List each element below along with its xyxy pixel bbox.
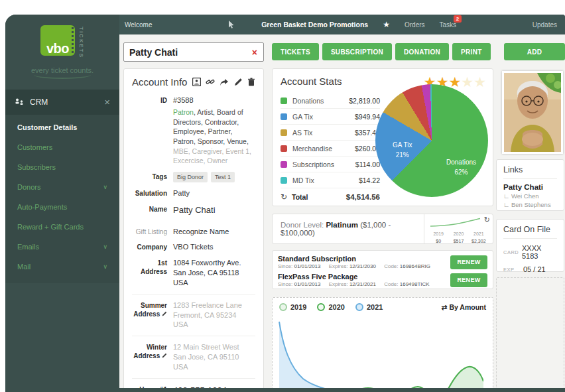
stats-legend: Donations $2,819.00 GA Tix $949.94 AS Ti… (281, 93, 380, 206)
pie-label-ga-tix: GA Tix 21% (393, 140, 412, 160)
renew-button[interactable]: RENEW (450, 255, 487, 269)
search-input[interactable] (124, 47, 246, 58)
clear-search-icon[interactable]: × (246, 47, 263, 58)
refresh-icon[interactable]: ↻ (281, 192, 287, 202)
close-icon[interactable]: × (104, 96, 110, 107)
edit-pencil-icon[interactable] (234, 78, 243, 86)
menu-label: Customers (17, 143, 52, 151)
links-primary[interactable]: Patty Chati (503, 183, 557, 191)
sidebar-item-donors[interactable]: Donors ∨ (5, 177, 119, 197)
legend-swatch (281, 161, 287, 168)
menu-label: Auto-Payments (17, 203, 67, 211)
pie-label-donations: Donations 62% (446, 157, 476, 177)
sidebar: vbo TICKETS every ticket counts. CRM × C… (5, 15, 119, 392)
card-label: CARD (503, 249, 522, 255)
summer-address-value: 1283 Freelance Lane Fremont, CA 95234 US… (173, 300, 242, 330)
sidebar-item-reward-gift-cards[interactable]: Reward + Gift Cards (5, 217, 119, 237)
menu-label: Customer Details (17, 123, 77, 131)
legend-swatch (281, 113, 287, 120)
orders-link[interactable]: Orders (405, 21, 425, 29)
name-label: Name (132, 204, 173, 216)
sidebar-item-subscribers[interactable]: Subscribers (5, 157, 119, 177)
legend-row: Subscriptions $114.00 (281, 157, 380, 172)
legend-row: MD Tix $14.22 (281, 172, 380, 188)
history-area-chart (275, 320, 483, 388)
legend-2021[interactable]: 2021 (355, 303, 383, 311)
donor-trend: ↻ 2019 $0 2020 $517 2021 $2,302 (424, 214, 493, 243)
donation-button[interactable]: DONATION (395, 43, 449, 60)
menu-label: Donors (17, 183, 40, 191)
salutation-label: Salutation (132, 188, 173, 198)
tags: Big DonorTest 1 (173, 172, 238, 182)
card-number: XXXX 5183 (522, 244, 557, 260)
logo-tagline: every ticket counts. (5, 66, 119, 74)
donor-sparkline (428, 218, 481, 228)
winter-address-label: Winter Address (132, 342, 173, 372)
purchase-history-panel: 2019 2020 2021 ⇄ By Amount (272, 297, 493, 388)
divider (132, 336, 255, 336)
total-label: Total (292, 193, 308, 201)
updates-link[interactable]: Updates (533, 21, 557, 29)
sidebar-item-customer-details[interactable]: Customer Details (5, 117, 119, 137)
legend-2019[interactable]: 2019 (279, 303, 306, 311)
tag-chip[interactable]: Test 1 (211, 172, 235, 182)
delete-trash-icon[interactable] (247, 78, 255, 86)
menu-label: Emails (17, 243, 39, 251)
name-value: Patty Chati (173, 204, 216, 216)
winter-address-value: 12 Main Street West San Jose, CA 95110 U… (173, 342, 239, 372)
donor-level-label: Donor Level: (281, 221, 324, 229)
contact-card-icon[interactable] (192, 78, 201, 86)
links-child[interactable]: ∟ Wei Chen (503, 192, 557, 200)
category-list: Patron, Artist, Board of Directors, Cont… (173, 107, 255, 166)
topbar: Welcome Green Basket Demo Promotions ★ O… (119, 15, 565, 34)
account-stats-panel: Account Stats ★★★★★ Donations $2,819.00 … (272, 68, 493, 206)
tag-chip[interactable]: Big Donor (173, 172, 208, 182)
divider (132, 294, 255, 294)
card-on-file-panel: Card On File CARD XXXX 5183 EXP 05 / 21 (496, 219, 564, 272)
star-icon[interactable]: ★ (383, 20, 390, 29)
legend-swatch (281, 98, 287, 104)
sidebar-item-mail[interactable]: Mail ∨ (5, 257, 119, 277)
legend-ring-2019 (279, 303, 287, 311)
tickets-button[interactable]: TICKETS (272, 43, 319, 60)
edit-pencil-icon[interactable] (162, 311, 167, 316)
account-info-panel: Account Info (123, 68, 264, 388)
exp-value: 05 / 21 (523, 265, 546, 273)
category-green: Patron (173, 108, 194, 116)
link-icon[interactable] (206, 78, 215, 86)
edit-pencil-icon[interactable] (162, 353, 167, 358)
category-gray: MBE, Caregiver, Event 1, Excercise, Owne… (173, 147, 251, 165)
action-buttons: TICKETS SUBSCRIPTION DONATION PRINT (272, 43, 491, 60)
crm-section-header: CRM × (5, 90, 119, 115)
legend-row: GA Tix $949.94 (281, 109, 380, 125)
ticket-perforation (72, 27, 74, 54)
customer-photo (502, 71, 563, 154)
menu-label: Mail (17, 263, 31, 271)
sidebar-item-customers[interactable]: Customers (5, 137, 119, 157)
legend-2020[interactable]: 2020 (317, 303, 344, 311)
divider (132, 378, 255, 379)
donor-level-panel: Donor Level: Platinum ($1,000 - $100,000… (272, 214, 493, 244)
tasks-link[interactable]: Tasks 2 (440, 21, 457, 29)
renew-button[interactable]: RENEW (450, 273, 487, 287)
company-value: VBO Tickets (173, 242, 214, 252)
account-stats-title: Account Stats (281, 76, 342, 87)
subscription-button[interactable]: SUBSCRIPTION (322, 43, 392, 60)
sidebar-item-auto-payments[interactable]: Auto-Payments (5, 197, 119, 217)
sidebar-item-emails[interactable]: Emails ∨ (5, 237, 119, 257)
add-button[interactable]: ADD (504, 43, 565, 60)
donor-level-text: Donor Level: Platinum ($1,000 - $100,000… (273, 221, 424, 237)
legend-name: AS Tix (292, 129, 312, 137)
menu-label: Reward + Gift Cards (17, 223, 84, 231)
welcome-label: Welcome (125, 21, 153, 29)
donor-year-col: 2020 $517 (448, 231, 468, 245)
vbo-logo: vbo TICKETS (5, 25, 119, 58)
refresh-icon[interactable]: ↻ (484, 216, 490, 224)
print-button[interactable]: PRINT (452, 43, 491, 60)
subscription-row: FlexPass Five Package Since: 01/01/2013 … (278, 272, 487, 288)
account-info-title: Account Info (132, 76, 187, 88)
share-icon[interactable] (220, 78, 229, 86)
links-child[interactable]: ∟ Ben Stephens (503, 201, 557, 208)
by-amount-toggle[interactable]: ⇄ By Amount (442, 303, 486, 311)
legend-name: MD Tix (292, 176, 314, 184)
